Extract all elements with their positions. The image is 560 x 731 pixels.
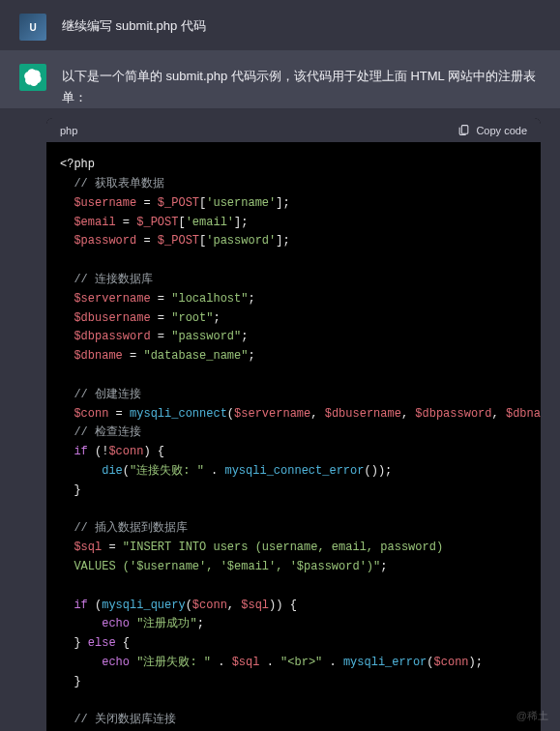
user-avatar: U [19, 14, 46, 41]
code-content[interactable]: <?php // 获取表单数据 $username = $_POST['user… [46, 142, 541, 731]
user-message-row: U 继续编写 submit.php 代码 [0, 0, 560, 50]
assistant-avatar [19, 64, 46, 91]
code-block: php Copy code <?php // 获取表单数据 $username … [46, 118, 541, 731]
openai-icon [24, 69, 42, 86]
copy-code-label: Copy code [476, 125, 527, 136]
copy-code-button[interactable]: Copy code [457, 124, 527, 136]
user-message-text: 继续编写 submit.php 代码 [62, 14, 541, 41]
assistant-message-row: 以下是一个简单的 submit.php 代码示例，该代码用于处理上面 HTML … [0, 50, 560, 108]
code-header: php Copy code [46, 118, 541, 142]
assistant-message-text: 以下是一个简单的 submit.php 代码示例，该代码用于处理上面 HTML … [62, 64, 541, 108]
clipboard-icon [457, 124, 470, 136]
watermark: @稀土 [516, 709, 548, 723]
svg-rect-0 [462, 126, 469, 134]
code-language-label: php [60, 125, 77, 136]
